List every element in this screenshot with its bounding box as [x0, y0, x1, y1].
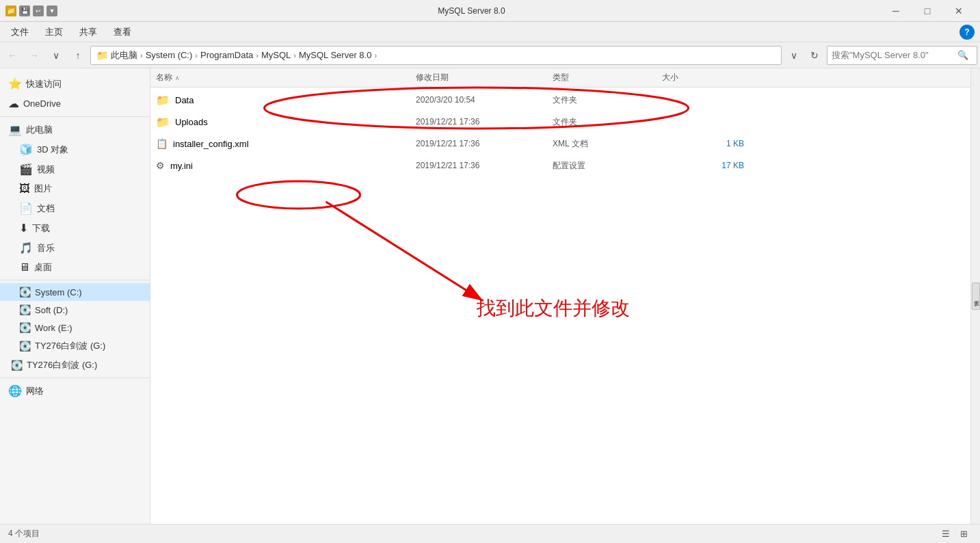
file-type-ini: 配置设置: [553, 160, 662, 172]
path-arrow-3: ›: [256, 51, 259, 59]
extra-icon: ▼: [47, 5, 57, 16]
path-segment-c: System (C:): [146, 50, 193, 60]
path-arrow-2: ›: [195, 51, 198, 59]
search-icon: 🔍: [957, 50, 968, 60]
dropdown-button[interactable]: ∨: [47, 46, 66, 65]
sidebar: ⭐ 快速访问 ☁ OneDrive 💻 此电脑 🧊 3D 对象 🎬 视频 🖼 图…: [0, 68, 150, 524]
path-folder-icon: 📁: [96, 50, 108, 61]
main-layout: ⭐ 快速访问 ☁ OneDrive 💻 此电脑 🧊 3D 对象 🎬 视频 🖼 图…: [0, 68, 980, 524]
file-name-text-uploads: Uploads: [175, 117, 208, 127]
col-header-name[interactable]: 名称 ∧: [156, 72, 416, 83]
title-bar-icons: 📁 💾 ↩ ▼: [5, 5, 57, 16]
drive-g2-icon: 💽: [11, 360, 23, 371]
window-icon: 📁: [5, 5, 16, 16]
table-row[interactable]: 📋 installer_config.xml 2019/12/21 17:36 …: [150, 133, 980, 155]
sidebar-3d-label: 3D 对象: [37, 144, 68, 156]
sidebar-picture-label: 图片: [34, 183, 52, 195]
picture-icon: 🖼: [19, 183, 30, 195]
doc-icon: 📄: [19, 202, 33, 215]
sidebar-item-music[interactable]: 🎵 音乐: [0, 238, 150, 258]
path-segment-mysql8: MySQL Server 8.0: [299, 50, 371, 60]
drive-e-icon: 💽: [19, 322, 31, 333]
sidebar-network[interactable]: 🌐 网络: [0, 381, 150, 401]
title-controls: ─ □ ✕: [880, 0, 975, 22]
sidebar-item-downloads[interactable]: ⬇ 下载: [0, 218, 150, 238]
sidebar-item-desktop[interactable]: 🖥 桌面: [0, 258, 150, 277]
file-list: 📁 Data 2020/3/20 10:54 文件夹 📁 Uploads 201…: [150, 88, 980, 524]
table-row[interactable]: ⚙ my.ini 2019/12/21 17:36 配置设置 17 KB: [150, 155, 980, 176]
maximize-button[interactable]: □: [912, 0, 943, 22]
cloud-icon: ☁: [8, 97, 19, 110]
sidebar-download-label: 下载: [32, 222, 50, 235]
path-arrow-1: ›: [140, 51, 143, 59]
view-buttons: ☰ ⊞: [938, 526, 972, 542]
undo-icon: ↩: [33, 5, 44, 16]
sidebar-quick-access[interactable]: ⭐ 快速访问: [0, 74, 150, 94]
menu-share[interactable]: 共享: [71, 23, 105, 41]
right-accent-bar: 更多: [970, 68, 980, 524]
col-header-date[interactable]: 修改日期: [416, 72, 553, 83]
divider-1: [0, 116, 150, 117]
dropdown-path-button[interactable]: ∨: [784, 46, 804, 65]
sidebar-drive-c[interactable]: 💽 System (C:): [0, 283, 150, 301]
help-button[interactable]: ?: [959, 25, 975, 40]
sidebar-item-3d[interactable]: 🧊 3D 对象: [0, 140, 150, 159]
3d-icon: 🧊: [19, 143, 33, 156]
search-input[interactable]: [832, 50, 955, 60]
this-pc-label: 此电脑: [26, 124, 53, 136]
table-row[interactable]: 📁 Data 2020/3/20 10:54 文件夹: [150, 89, 980, 111]
path-segment-mysql: MySQL: [261, 50, 291, 60]
file-date-xml: 2019/12/21 17:36: [416, 139, 553, 148]
file-date-data: 2020/3/20 10:54: [416, 95, 553, 105]
file-name-ini: ⚙ my.ini: [156, 160, 416, 171]
sidebar-drive-g2-label: TY276白剑波 (G:): [27, 359, 97, 371]
back-button[interactable]: ←: [3, 46, 22, 65]
sidebar-item-docs[interactable]: 📄 文档: [0, 198, 150, 218]
divider-2: [0, 280, 150, 280]
status-count: 4 个项目: [8, 528, 40, 540]
sidebar-music-label: 音乐: [37, 242, 55, 254]
col-header-type[interactable]: 类型: [553, 72, 662, 83]
up-button[interactable]: ↑: [68, 46, 88, 65]
sidebar-this-pc[interactable]: 💻 此电脑: [0, 120, 150, 140]
file-type-uploads: 文件夹: [553, 116, 662, 128]
column-headers: 名称 ∧ 修改日期 类型 大小: [150, 68, 980, 88]
forward-button[interactable]: →: [25, 46, 44, 65]
sidebar-doc-label: 文档: [37, 202, 55, 215]
sidebar-onedrive[interactable]: ☁ OneDrive: [0, 94, 150, 114]
window-title: MySQL Server 8.0: [63, 6, 880, 16]
menu-view[interactable]: 查看: [105, 23, 140, 41]
drive-d-icon: 💽: [19, 304, 31, 315]
detail-view-button[interactable]: ☰: [938, 526, 954, 542]
music-icon: 🎵: [19, 241, 33, 254]
col-header-size[interactable]: 大小: [662, 72, 744, 83]
status-bar: 4 个项目 ☰ ⊞: [0, 524, 980, 543]
file-date-ini: 2019/12/21 17:36: [416, 161, 553, 170]
right-accent-more[interactable]: 更多: [972, 282, 980, 310]
refresh-button[interactable]: ↻: [805, 46, 824, 65]
minimize-button[interactable]: ─: [880, 0, 912, 22]
sidebar-drive-e[interactable]: 💽 Work (E:): [0, 319, 150, 336]
onedrive-label: OneDrive: [23, 98, 61, 109]
sidebar-drive-g2[interactable]: 💽 TY276白剑波 (G:): [0, 356, 150, 375]
menu-home[interactable]: 主页: [37, 23, 71, 41]
menu-file[interactable]: 文件: [3, 23, 37, 41]
sidebar-item-pictures[interactable]: 🖼 图片: [0, 179, 150, 198]
drive-g1-icon: 💽: [19, 341, 31, 352]
search-box[interactable]: 🔍: [827, 46, 977, 65]
sidebar-drive-d[interactable]: 💽 Soft (D:): [0, 301, 150, 319]
folder-icon-data: 📁: [156, 94, 170, 107]
file-name-xml: 📋 installer_config.xml: [156, 138, 416, 149]
sidebar-drive-e-label: Work (E:): [35, 323, 72, 333]
video-icon: 🎬: [19, 163, 33, 176]
file-name-uploads: 📁 Uploads: [156, 116, 416, 129]
close-button[interactable]: ✕: [943, 0, 975, 22]
file-size-xml: 1 KB: [662, 139, 744, 148]
sidebar-drive-g1-label: TY276白剑波 (G:): [35, 340, 105, 352]
grid-view-button[interactable]: ⊞: [955, 526, 972, 542]
table-row[interactable]: 📁 Uploads 2019/12/21 17:36 文件夹: [150, 111, 980, 133]
address-path[interactable]: 📁 此电脑 › System (C:) › ProgramData › MySQ…: [90, 46, 782, 65]
sidebar-drive-g1[interactable]: 💽 TY276白剑波 (G:): [0, 336, 150, 356]
sidebar-item-video[interactable]: 🎬 视频: [0, 159, 150, 179]
file-name-text-ini: my.ini: [170, 161, 193, 171]
